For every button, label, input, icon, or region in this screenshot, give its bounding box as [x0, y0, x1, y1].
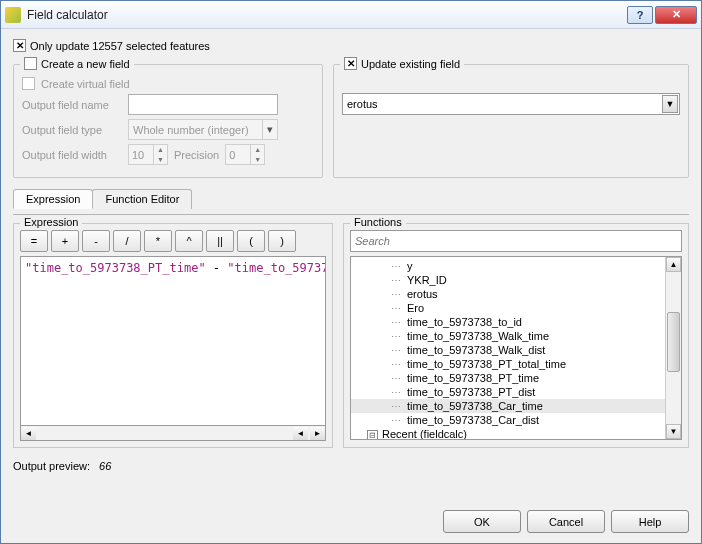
cancel-button[interactable]: Cancel	[527, 510, 605, 533]
tree-item[interactable]: Ero	[351, 301, 681, 315]
chevron-down-icon: ▾	[262, 120, 276, 139]
operator-button-x[interactable]: ^	[175, 230, 203, 252]
tree-item[interactable]: time_to_5973738_Car_time	[351, 399, 681, 413]
update-existing-field-group: Update existing field erotus ▼	[333, 64, 689, 178]
tree-item[interactable]: time_to_5973738_Walk_time	[351, 329, 681, 343]
only-update-selected-label: Only update 12557 selected features	[30, 40, 210, 52]
scroll-left-icon[interactable]: ◄	[21, 427, 36, 440]
expression-group: Expression =+-/*^||() "time_to_5973738_P…	[13, 223, 333, 448]
output-field-type-label: Output field type	[22, 124, 122, 136]
titlebar-help-button[interactable]: ?	[627, 6, 653, 24]
tree-item[interactable]: erotus	[351, 287, 681, 301]
create-new-field-group: Create a new field Create virtual field …	[13, 64, 323, 178]
tab-function-editor[interactable]: Function Editor	[92, 189, 192, 209]
output-field-width-label: Output field width	[22, 149, 122, 161]
operator-button-x[interactable]: =	[20, 230, 48, 252]
create-new-field-legend: Create a new field	[41, 58, 130, 70]
scroll-right-icon[interactable]: ◄	[293, 427, 308, 440]
output-preview-label: Output preview:	[13, 460, 90, 472]
create-virtual-field-checkbox	[22, 77, 35, 90]
expression-group-label: Expression	[20, 216, 82, 228]
operator-button-x[interactable]: /	[113, 230, 141, 252]
scroll-thumb[interactable]	[667, 312, 680, 372]
output-preview-value: 66	[99, 460, 111, 472]
functions-vscroll[interactable]: ▲ ▼	[665, 257, 681, 439]
tree-item[interactable]: y	[351, 259, 681, 273]
update-existing-field-legend: Update existing field	[361, 58, 460, 70]
operator-button-x[interactable]: *	[144, 230, 172, 252]
only-update-selected-checkbox[interactable]	[13, 39, 26, 52]
expression-hscroll[interactable]: ◄ ◄ ►	[20, 426, 326, 441]
ok-button[interactable]: OK	[443, 510, 521, 533]
output-field-width-value	[129, 149, 153, 161]
precision-value	[226, 149, 250, 161]
operator-button-x[interactable]: +	[51, 230, 79, 252]
existing-field-value: erotus	[347, 98, 378, 110]
tree-item[interactable]: time_to_5973738_Walk_dist	[351, 343, 681, 357]
functions-group: Functions yYKR_IDerotusErotime_to_597373…	[343, 223, 689, 448]
existing-field-combo[interactable]: erotus ▼	[342, 93, 680, 115]
tree-item[interactable]: time_to_5973738_PT_time	[351, 371, 681, 385]
tree-item[interactable]: time_to_5973738_to_id	[351, 315, 681, 329]
chevron-down-icon[interactable]: ▼	[662, 95, 678, 113]
precision-spin: ▲▼	[225, 144, 265, 165]
output-field-type-value: Whole number (integer)	[133, 124, 249, 136]
output-field-width-spin: ▲▼	[128, 144, 168, 165]
scroll-up-icon[interactable]: ▲	[666, 257, 681, 272]
operator-button-xx[interactable]: ||	[206, 230, 234, 252]
create-virtual-field-label: Create virtual field	[41, 78, 130, 90]
titlebar-close-button[interactable]: ✕	[655, 6, 697, 24]
tree-item[interactable]: time_to_5973738_PT_dist	[351, 385, 681, 399]
create-new-field-checkbox[interactable]	[24, 57, 37, 70]
window-title: Field calculator	[27, 8, 621, 22]
functions-tree[interactable]: yYKR_IDerotusErotime_to_5973738_to_idtim…	[350, 256, 682, 440]
field-calculator-window: Field calculator ? ✕ Only update 12557 s…	[0, 0, 702, 544]
tree-item[interactable]: YKR_ID	[351, 273, 681, 287]
operator-button-x[interactable]: (	[237, 230, 265, 252]
operator-button-x[interactable]: )	[268, 230, 296, 252]
functions-search-input[interactable]	[350, 230, 682, 252]
help-button[interactable]: Help	[611, 510, 689, 533]
scroll-right-icon[interactable]: ►	[310, 427, 325, 440]
output-field-name-input	[128, 94, 278, 115]
tab-expression[interactable]: Expression	[13, 189, 93, 209]
output-field-type-combo: Whole number (integer) ▾	[128, 119, 278, 140]
tree-group-recent[interactable]: Recent (fieldcalc)	[351, 427, 681, 439]
titlebar[interactable]: Field calculator ? ✕	[1, 1, 701, 29]
output-field-name-label: Output field name	[22, 99, 122, 111]
operator-button-x[interactable]: -	[82, 230, 110, 252]
expression-textarea[interactable]: "time_to_5973738_PT_time" - "time_to_597…	[20, 256, 326, 426]
scroll-down-icon[interactable]: ▼	[666, 424, 681, 439]
app-icon	[5, 7, 21, 23]
update-existing-field-checkbox[interactable]	[344, 57, 357, 70]
tree-item[interactable]: time_to_5973738_Car_dist	[351, 413, 681, 427]
tree-item[interactable]: time_to_5973738_PT_total_time	[351, 357, 681, 371]
precision-label: Precision	[174, 149, 219, 161]
functions-group-label: Functions	[350, 216, 406, 228]
